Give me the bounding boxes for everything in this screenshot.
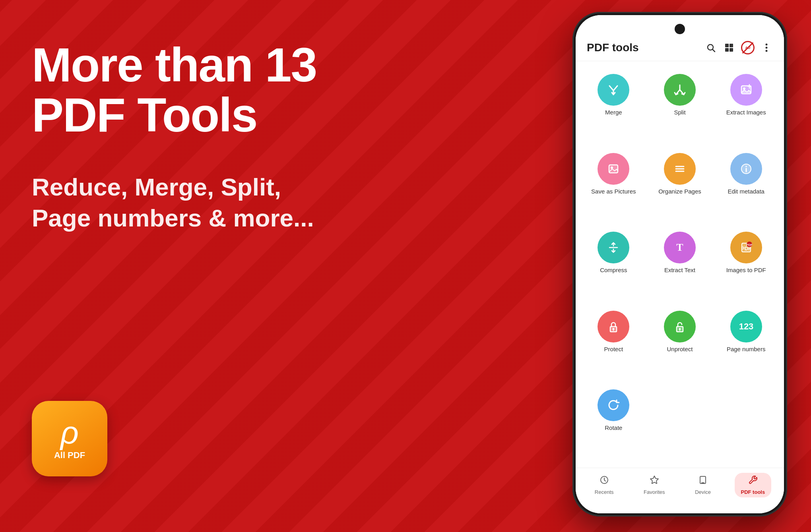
tool-protect[interactable]: Protect (582, 306, 645, 381)
organize-pages-label: Organize Pages (658, 188, 701, 195)
nav-recents[interactable]: Recents (588, 473, 620, 497)
page-numbers-icon-circle: 123 (730, 311, 762, 342)
rotate-icon-circle (598, 389, 629, 421)
svg-marker-43 (650, 476, 658, 484)
app-header: PDF tools (576, 15, 784, 61)
save-as-pictures-label: Save as Pictures (591, 188, 636, 195)
tool-split[interactable]: Split (648, 69, 712, 144)
tool-images-to-pdf[interactable]: PDF PDF Images to PDF (714, 227, 778, 302)
svg-line-1 (713, 50, 715, 52)
svg-rect-3 (730, 44, 733, 47)
svg-rect-5 (730, 48, 733, 52)
tool-organize-pages[interactable]: Organize Pages (648, 148, 712, 223)
device-label: Device (695, 489, 711, 495)
tool-merge[interactable]: Merge (582, 69, 645, 144)
merge-label: Merge (605, 109, 622, 116)
device-icon (698, 475, 708, 487)
svg-rect-2 (725, 44, 729, 47)
phone-frame: PDF tools (572, 12, 787, 517)
tools-grid: Merge Split (576, 61, 784, 468)
pdf-tools-label: PDF tools (741, 489, 765, 495)
images-to-pdf-label: Images to PDF (726, 267, 766, 273)
app-screen-title: PDF tools (587, 41, 639, 54)
phone-inner: PDF tools (576, 15, 784, 513)
grid-icon[interactable] (723, 41, 735, 54)
app-logo: ρ All PDF (32, 401, 107, 476)
bottom-nav: Recents Favorites (576, 468, 784, 513)
nav-favorites[interactable]: Favorites (637, 473, 671, 497)
rotate-label: Rotate (605, 424, 622, 431)
svg-line-9 (609, 86, 613, 91)
nav-pdf-tools[interactable]: PDF tools (735, 473, 772, 497)
tool-save-as-pictures[interactable]: Save as Pictures (582, 148, 645, 223)
svg-rect-4 (725, 48, 729, 52)
app-logo-icon: ρ (60, 417, 79, 449)
extract-text-label: Extract Text (664, 267, 695, 273)
svg-text:T: T (676, 242, 683, 253)
tool-edit-metadata[interactable]: Edit metadata (714, 148, 778, 223)
no-ads-icon: AD (741, 41, 755, 54)
phone-mockup: PDF tools (572, 12, 787, 517)
app-screen: PDF tools (576, 15, 784, 513)
tool-extract-text[interactable]: T Extract Text (648, 227, 712, 302)
recents-label: Recents (595, 489, 614, 495)
svg-text:123: 123 (739, 321, 753, 331)
organize-pages-icon-circle (664, 153, 696, 185)
split-icon-circle (664, 74, 696, 106)
split-label: Split (674, 109, 685, 116)
recents-icon (600, 475, 609, 487)
nav-device[interactable]: Device (689, 473, 717, 497)
compress-label: Compress (600, 267, 627, 273)
protect-icon-circle (598, 311, 629, 342)
tool-extract-images[interactable]: Extract Images (714, 69, 778, 144)
subtitle: Reduce, Merge, Split,Page numbers & more… (32, 172, 342, 233)
page-numbers-label: Page numbers (727, 346, 766, 352)
svg-line-10 (613, 86, 617, 91)
svg-point-20 (611, 166, 613, 169)
extract-text-icon-circle: T (664, 232, 696, 263)
tool-page-numbers[interactable]: 123 Page numbers (714, 306, 778, 381)
favorites-icon (650, 475, 659, 487)
svg-point-8 (766, 50, 768, 52)
save-as-pictures-icon-circle (598, 153, 629, 185)
images-to-pdf-icon-circle: PDF PDF (730, 232, 762, 263)
app-logo-label: All PDF (54, 450, 85, 460)
tool-compress[interactable]: Compress (582, 227, 645, 302)
unprotect-label: Unprotect (667, 346, 693, 352)
favorites-label: Favorites (644, 489, 665, 495)
merge-icon-circle (598, 74, 629, 106)
left-content: More than 13 PDF Tools Reduce, Merge, Sp… (32, 40, 342, 233)
more-icon[interactable] (760, 41, 773, 54)
tool-unprotect[interactable]: Unprotect (648, 306, 712, 381)
header-icons: AD (704, 41, 773, 54)
search-icon[interactable] (704, 41, 717, 54)
unprotect-icon-circle (664, 311, 696, 342)
extract-images-label: Extract Images (726, 109, 766, 116)
protect-label: Protect (604, 346, 623, 352)
tool-rotate[interactable]: Rotate (582, 385, 645, 460)
camera-hole (675, 24, 685, 34)
main-title: More than 13 PDF Tools (32, 40, 342, 140)
pdf-tools-icon (748, 475, 758, 487)
compress-icon-circle (598, 232, 629, 263)
edit-metadata-icon-circle (730, 153, 762, 185)
extract-images-icon-circle (730, 74, 762, 106)
svg-point-6 (766, 44, 768, 46)
svg-text:PDF: PDF (746, 243, 753, 247)
svg-point-7 (766, 47, 768, 49)
edit-metadata-label: Edit metadata (728, 188, 764, 195)
